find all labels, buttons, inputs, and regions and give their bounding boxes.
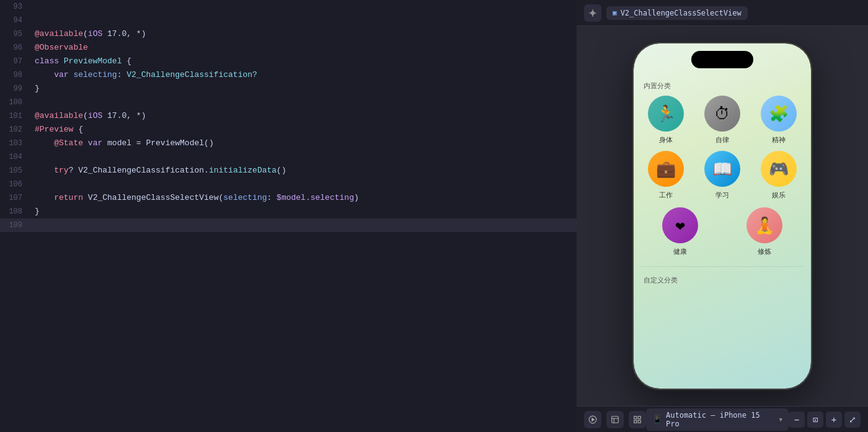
code-line: 98 var selecting: V2_ChallengeClassifica… [0,68,577,82]
view-selector[interactable]: ▣ V2_ChallengeClassSelectView [606,6,748,20]
icon-item[interactable]: ❤️健康 [641,207,719,256]
zoom-fit-button[interactable]: ⊡ [807,412,823,428]
icon-label: 工作 [659,191,673,200]
pin-button[interactable] [584,4,601,22]
phone-frame: 内置分类 🏃身体⏱自律🧩精神💼工作📖学习🎮娱乐 ❤️健康🧘修炼 自定义分类 [632,42,812,390]
code-line: 100 [0,96,577,109]
code-line: 95@available(iOS 17.0, *) [0,27,577,41]
preview-topbar: ▣ V2_ChallengeClassSelectView [577,0,868,26]
icon-circle: ❤️ [662,207,698,243]
chevron-down-icon: ▼ [779,416,782,423]
icon-label: 学习 [715,191,729,200]
code-line: 96@Observable [0,41,577,55]
line-content: @available(iOS 17.0, *) [30,109,577,123]
line-content: } [30,205,577,218]
code-line: 97class PreviewModel { [0,55,577,68]
icon-circle: 🧩 [761,96,797,132]
code-line: 104 [0,150,577,164]
section-divider [641,266,804,267]
code-lines: 93 94 95@available(iOS 17.0, *)96@Observ… [0,0,577,232]
icon-item[interactable]: 🧩精神 [753,96,804,145]
code-line: 108} [0,205,577,218]
line-content: @available(iOS 17.0, *) [30,27,577,41]
phone-preview-area: 内置分类 🏃身体⏱自律🧩精神💼工作📖学习🎮娱乐 ❤️健康🧘修炼 自定义分类 [577,26,868,406]
line-content: class PreviewModel { [30,55,577,68]
code-line: 109 [0,218,577,232]
icon-label: 身体 [659,135,673,145]
builtin-icon-grid: 🏃身体⏱自律🧩精神💼工作📖学习🎮娱乐 [634,96,811,207]
custom-section-label: 自定义分类 [634,272,811,290]
code-line: 93 [0,0,577,14]
phone-screen: 内置分类 🏃身体⏱自律🧩精神💼工作📖学习🎮娱乐 ❤️健康🧘修炼 自定义分类 [634,43,811,389]
icon-label: 健康 [673,247,687,256]
line-content: #Preview { [30,123,577,137]
zoom-full-button[interactable]: ⤢ [844,412,861,428]
icon-item[interactable]: ⏱自律 [698,96,748,145]
icon-label: 修炼 [758,247,771,256]
bottom-left-tools [584,411,646,428]
icon-label: 自律 [715,135,729,145]
svg-rect-4 [638,416,640,418]
icon-item[interactable]: 💼工作 [641,151,691,200]
icon-label: 精神 [772,135,786,145]
grid-button[interactable] [629,411,646,428]
bottom-icon-row: ❤️健康🧘修炼 [634,207,811,264]
code-line: 107 return V2_ChallengeClassSelectView(s… [0,191,577,205]
line-content: @State var model = PreviewModel() [30,137,577,150]
line-content: @Observable [30,41,577,55]
preview-bottombar: 📱 Automatic – iPhone 15 Pro ▼ − ⊡ + ⤢ [577,406,868,432]
device-icon: 📱 [652,415,662,424]
code-line: 94 [0,14,577,27]
code-line: 105 try? V2_ChallengeClassification.init… [0,164,577,178]
view-icon: ▣ [613,9,617,17]
line-content [30,0,577,14]
dynamic-island [691,51,753,68]
icon-circle: ⏱ [704,96,740,132]
device-label: Automatic – iPhone 15 Pro [666,411,776,428]
code-editor[interactable]: 93 94 95@available(iOS 17.0, *)96@Observ… [0,0,577,432]
line-content [30,150,577,164]
icon-item[interactable]: 🎮娱乐 [753,151,804,200]
svg-rect-2 [612,416,619,423]
icon-item[interactable]: 📖学习 [698,151,748,200]
icon-item[interactable]: 🏃身体 [641,96,691,145]
preview-panel: ▣ V2_ChallengeClassSelectView 内置分类 🏃身体⏱自… [577,0,868,432]
code-line: 103 @State var model = PreviewModel() [0,137,577,150]
line-content [30,14,577,27]
line-content [30,218,577,232]
live-preview-button[interactable] [584,411,601,428]
code-line: 106 [0,178,577,191]
svg-rect-5 [634,420,637,423]
device-selector[interactable]: 📱 Automatic – iPhone 15 Pro ▼ [646,408,789,431]
code-line: 102#Preview { [0,123,577,137]
line-content: } [30,82,577,96]
zoom-controls: − ⊡ + ⤢ [789,412,861,428]
icon-item[interactable]: 🧘修炼 [725,207,804,256]
line-content: var selecting: V2_ChallengeClassificatio… [30,68,577,82]
svg-rect-6 [638,420,640,423]
code-line: 99} [0,82,577,96]
svg-rect-3 [634,416,637,418]
line-content [30,178,577,191]
icon-label: 娱乐 [772,191,786,200]
icon-circle: 🏃 [648,96,684,132]
icon-circle: 📖 [704,151,740,187]
line-content: return V2_ChallengeClassSelectView(selec… [30,191,577,205]
icon-circle: 🎮 [761,151,797,187]
line-content [30,96,577,109]
builtin-section-label: 内置分类 [634,78,811,96]
icon-circle: 💼 [648,151,684,187]
code-line: 101@available(iOS 17.0, *) [0,109,577,123]
zoom-out-button[interactable]: − [789,412,805,428]
icon-circle: 🧘 [746,207,782,243]
zoom-in-button[interactable]: + [826,412,842,428]
canvas-button[interactable] [606,411,624,428]
view-name-label: V2_ChallengeClassSelectView [621,9,742,17]
line-content: try? V2_ChallengeClassification.initiali… [30,164,577,178]
